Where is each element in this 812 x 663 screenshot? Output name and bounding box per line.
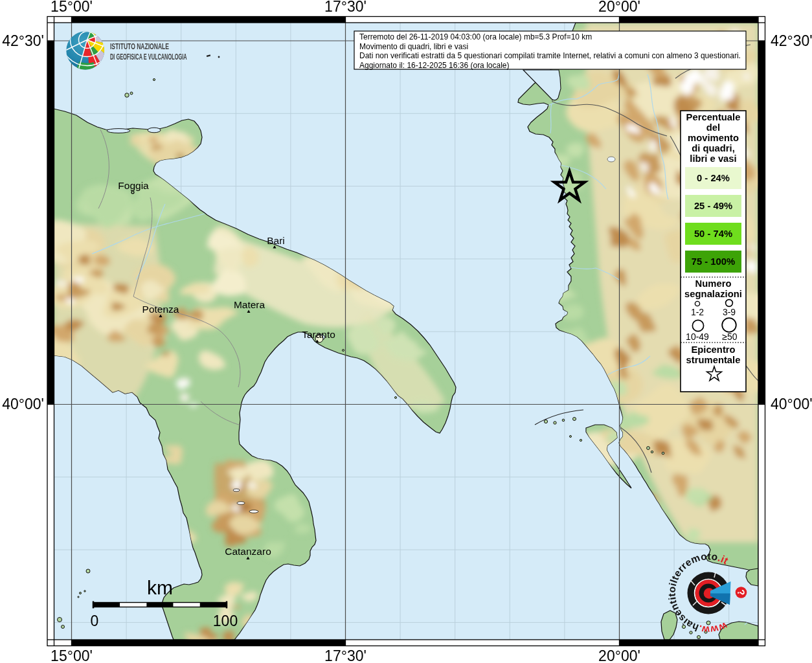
svg-text:25 - 49%: 25 - 49% — [694, 201, 732, 211]
svg-text:Percentuale: Percentuale — [686, 112, 741, 122]
svg-text:strumentale: strumentale — [686, 355, 741, 365]
svg-text:20°00': 20°00' — [598, 0, 640, 15]
svg-text:del: del — [706, 122, 720, 133]
svg-text:1-2: 1-2 — [691, 307, 704, 317]
svg-text:50 - 74%: 50 - 74% — [694, 229, 732, 239]
svg-text:0 - 24%: 0 - 24% — [697, 173, 730, 183]
svg-text:75 - 100%: 75 - 100% — [692, 256, 735, 267]
svg-text:Potenza: Potenza — [142, 304, 179, 315]
svg-text:≥50: ≥50 — [722, 332, 737, 342]
svg-text:17°30': 17°30' — [324, 647, 367, 663]
svg-text:Taranto: Taranto — [302, 329, 335, 340]
svg-text:Epicentro: Epicentro — [691, 344, 735, 355]
svg-text:42°30': 42°30' — [2, 32, 44, 49]
svg-text:Terremoto del 26-11-2019 04:03: Terremoto del 26-11-2019 04:03:00 (ora l… — [359, 32, 592, 41]
svg-text:Foggia: Foggia — [118, 180, 149, 191]
svg-text:40°00': 40°00' — [771, 396, 812, 412]
svg-text:15°00': 15°00' — [51, 0, 93, 15]
svg-text:di quadri,: di quadri, — [692, 143, 735, 153]
svg-text:42°30': 42°30' — [771, 32, 812, 49]
svg-text:Bari: Bari — [267, 235, 285, 246]
svg-text:ISTITUTO NAZIONALE: ISTITUTO NAZIONALE — [110, 41, 169, 51]
svg-text:20°00': 20°00' — [598, 647, 640, 663]
svg-text:15°00': 15°00' — [51, 647, 93, 663]
svg-text:3-9: 3-9 — [723, 307, 736, 317]
svg-text:Dati non verificati estratti d: Dati non verificati estratti da 5 questi… — [359, 51, 741, 60]
svg-text:10-49: 10-49 — [686, 332, 709, 342]
svg-text:segnalazioni: segnalazioni — [684, 289, 742, 299]
svg-text:Matera: Matera — [234, 299, 265, 310]
svg-text:km: km — [147, 577, 173, 598]
svg-text:40°00': 40°00' — [2, 396, 44, 412]
svg-text:Catanzaro: Catanzaro — [225, 546, 271, 557]
svg-text:movimento: movimento — [688, 133, 739, 143]
svg-text:DI GEOFISICA E VULCANOLOGIA: DI GEOFISICA E VULCANOLOGIA — [110, 52, 187, 62]
svg-text:100: 100 — [213, 612, 238, 629]
svg-text:Aggiornato il: 16-12-2025 16:3: Aggiornato il: 16-12-2025 16:36 (ora loc… — [359, 61, 509, 70]
svg-text:Numero: Numero — [695, 278, 732, 289]
svg-text:0: 0 — [91, 612, 99, 629]
svg-text:libri e vasi: libri e vasi — [690, 153, 736, 164]
svg-text:17°30': 17°30' — [324, 0, 367, 15]
svg-text:Movimento di quadri, libri e v: Movimento di quadri, libri e vasi — [359, 42, 468, 51]
